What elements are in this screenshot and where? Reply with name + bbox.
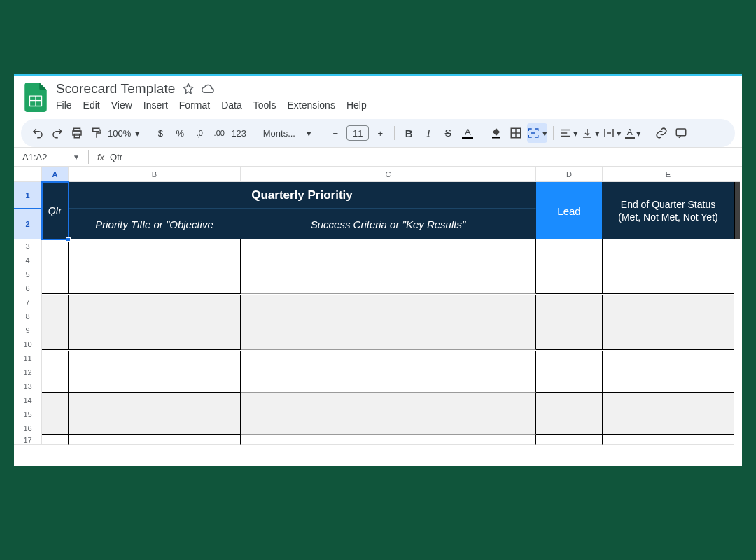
row-header-6[interactable]: 6 [14, 281, 42, 295]
fill-color-button[interactable] [488, 123, 505, 143]
row-header-8[interactable]: 8 [14, 309, 42, 323]
cell-C6[interactable] [241, 281, 536, 294]
menu-help[interactable]: Help [346, 99, 367, 111]
menu-edit[interactable]: Edit [83, 99, 100, 111]
borders-button[interactable] [507, 123, 524, 143]
cell-D7[interactable] [536, 295, 603, 350]
cell-A7[interactable] [42, 295, 69, 350]
bold-button[interactable]: B [400, 123, 417, 143]
cell-A11[interactable] [42, 351, 69, 393]
row-header-14[interactable]: 14 [14, 393, 42, 407]
cell-C16[interactable] [241, 421, 536, 435]
cell-E3[interactable] [603, 239, 734, 294]
cell-B17[interactable] [69, 435, 241, 445]
cell-D3[interactable] [536, 239, 603, 294]
undo-button[interactable] [29, 123, 46, 143]
column-header-B[interactable]: B [69, 167, 241, 182]
menu-extensions[interactable]: Extensions [287, 99, 335, 111]
column-header-E[interactable]: E [603, 167, 734, 182]
row-header-13[interactable]: 13 [14, 379, 42, 393]
cell-C8[interactable] [241, 309, 536, 323]
select-all-corner[interactable] [14, 167, 42, 182]
number-format-button[interactable]: 123 [230, 123, 247, 143]
cell-C5[interactable] [241, 267, 536, 281]
menu-view[interactable]: View [111, 99, 132, 111]
insert-comment-button[interactable] [673, 123, 690, 143]
menu-tools[interactable]: Tools [253, 99, 276, 111]
row-header-7[interactable]: 7 [14, 295, 42, 309]
cell-B14[interactable] [69, 393, 241, 435]
paint-format-button[interactable] [88, 123, 105, 143]
vertical-align-button[interactable]: ▾ [581, 123, 600, 143]
increase-decimal-button[interactable]: .00→ [211, 123, 227, 143]
row-header-15[interactable]: 15 [14, 407, 42, 421]
cell-D17[interactable] [536, 435, 603, 445]
decrease-decimal-button[interactable]: .0← [191, 123, 208, 143]
text-color-button[interactable]: A [459, 123, 476, 143]
cell-E14[interactable] [603, 393, 734, 435]
decrease-font-size-button[interactable]: − [327, 123, 344, 143]
cell-B1[interactable]: Quarterly Prioritiy [69, 182, 536, 209]
cell-D14[interactable] [536, 393, 603, 435]
insert-link-button[interactable] [653, 123, 670, 143]
row-header-3[interactable]: 3 [14, 239, 42, 253]
menu-file[interactable]: File [56, 99, 72, 111]
cell-C2[interactable]: Success Criteria or "Key Results" [241, 209, 536, 239]
cell-C9[interactable] [241, 323, 536, 337]
row-header-11[interactable]: 11 [14, 351, 42, 365]
cloud-saved-icon[interactable] [202, 83, 214, 95]
row-header-1[interactable]: 1 [14, 182, 42, 209]
cell-E7[interactable] [603, 295, 734, 350]
print-button[interactable] [69, 123, 85, 143]
increase-font-size-button[interactable]: + [372, 123, 388, 143]
cell-C14[interactable] [241, 393, 536, 407]
document-title[interactable]: Scorecard Template [56, 81, 175, 97]
horizontal-align-button[interactable]: ▾ [559, 123, 578, 143]
cell-B2[interactable]: Priority Title or "Objective [69, 209, 241, 239]
cell-E11[interactable] [603, 351, 734, 393]
row-header-10[interactable]: 10 [14, 337, 42, 351]
cell-A3[interactable] [42, 239, 69, 294]
row-header-17[interactable]: 17 [14, 435, 42, 445]
cell-D1[interactable]: Lead [536, 182, 603, 239]
menu-insert[interactable]: Insert [144, 99, 168, 111]
strikethrough-button[interactable]: S [440, 123, 456, 143]
text-wrap-button[interactable]: ▾ [603, 123, 622, 143]
name-box[interactable]: A1:A2 [22, 152, 67, 162]
cell-E17[interactable] [603, 435, 734, 445]
row-header-2[interactable]: 2 [14, 209, 42, 239]
column-header-D[interactable]: D [536, 167, 603, 182]
column-header-C[interactable]: C [241, 167, 536, 182]
menu-data[interactable]: Data [221, 99, 242, 111]
cell-C3[interactable] [241, 239, 536, 253]
cell-C17[interactable] [241, 435, 536, 445]
merge-cells-button[interactable]: ▾ [527, 123, 547, 143]
cell-C15[interactable] [241, 407, 536, 421]
cell-C4[interactable] [241, 253, 536, 267]
cell-B11[interactable] [69, 351, 241, 393]
row-header-12[interactable]: 12 [14, 365, 42, 379]
formula-input[interactable]: Qtr [110, 152, 122, 162]
selection-fill-handle[interactable] [66, 237, 71, 242]
row-header-4[interactable]: 4 [14, 253, 42, 267]
cell-E1[interactable]: End of Quarter Status (Met, Not Met, Not… [603, 182, 734, 239]
column-header-A[interactable]: A [42, 167, 69, 182]
cell-B3[interactable] [69, 239, 241, 294]
cell-C10[interactable] [241, 337, 536, 350]
cell-C13[interactable] [241, 379, 536, 393]
row-header-5[interactable]: 5 [14, 267, 42, 281]
cell-A14[interactable] [42, 393, 69, 435]
cell-A1[interactable]: Qtr [42, 182, 69, 239]
font-family-dropdown[interactable]: Monts...▾ [259, 123, 315, 143]
chevron-down-icon[interactable]: ▼ [73, 153, 80, 161]
cell-C12[interactable] [241, 365, 536, 379]
cell-C11[interactable] [241, 351, 536, 365]
cell-D11[interactable] [536, 351, 603, 393]
zoom-dropdown[interactable]: 100%▾ [108, 128, 140, 139]
italic-button[interactable]: I [420, 123, 437, 143]
text-rotation-button[interactable]: A▾ [624, 123, 641, 143]
percent-button[interactable]: % [172, 123, 188, 143]
currency-button[interactable]: $ [152, 123, 169, 143]
cell-B7[interactable] [69, 295, 241, 350]
font-size-input[interactable]: 11 [346, 125, 369, 141]
